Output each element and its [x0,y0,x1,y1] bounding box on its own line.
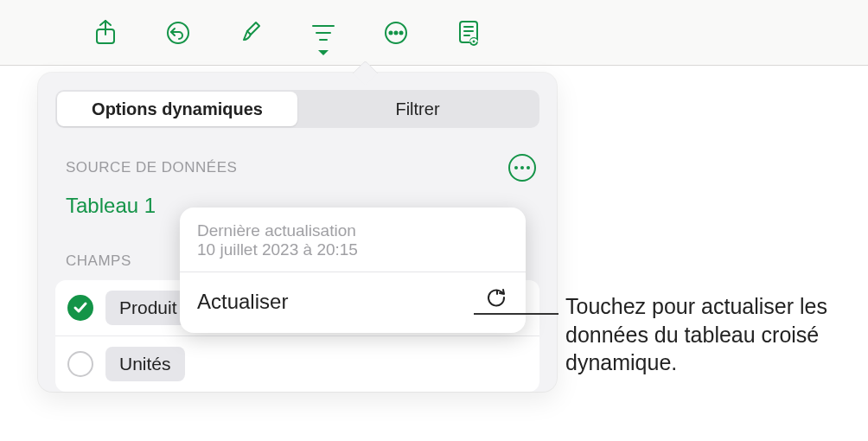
format-brush-icon[interactable] [232,14,270,52]
field-row[interactable]: Unités [55,336,539,392]
refresh-button-label: Actualiser [197,290,288,314]
source-section-title: SOURCE DE DONNÉES [66,159,237,176]
more-icon[interactable] [377,14,415,52]
callout-text: Touchez pour actualiser les données du t… [565,292,859,377]
field-chip[interactable]: Unités [105,347,185,381]
panel-fade [38,410,557,441]
refresh-last-updated: Dernière actualisation 10 juillet 2023 à… [180,208,526,272]
refresh-icon [486,288,508,316]
callout-leader [474,313,558,315]
segmented-control: Options dynamiques Filtrer [55,90,539,128]
refresh-last-label: Dernière actualisation [197,221,508,240]
refresh-timestamp: 10 juillet 2023 à 20:15 [197,240,508,259]
source-more-icon[interactable] [508,154,536,182]
tab-filter[interactable]: Filtrer [297,92,538,126]
reader-view-icon[interactable] [450,14,488,52]
field-chip[interactable]: Produit [105,291,191,325]
svg-point-6 [390,31,393,34]
undo-icon[interactable] [159,14,197,52]
field-checkbox[interactable] [67,351,93,377]
tab-pivot-options[interactable]: Options dynamiques [57,92,297,126]
svg-point-7 [395,31,398,34]
share-icon[interactable] [86,14,124,52]
field-checkbox[interactable] [67,295,93,321]
toolbar [0,0,868,66]
source-section-header: SOURCE DE DONNÉES [55,154,539,187]
svg-point-8 [400,31,403,34]
refresh-button[interactable]: Actualiser [180,272,526,333]
organize-icon[interactable] [304,14,342,52]
